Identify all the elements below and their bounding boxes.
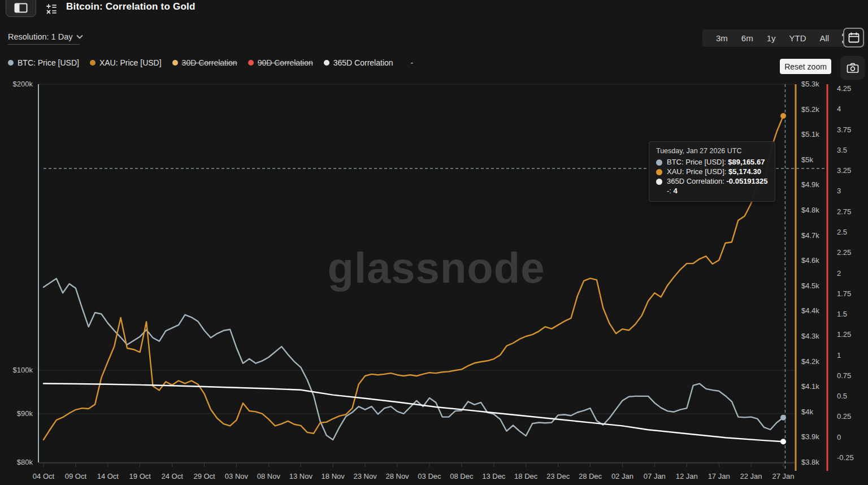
tooltip-series-dot: [656, 169, 662, 175]
last-point-marker: [780, 113, 786, 119]
tooltip-rows: BTC: Price [USD]: $89,165.67XAU: Price […: [656, 158, 768, 196]
tooltip-dot-spacer: [656, 188, 662, 194]
series-line: [44, 384, 783, 442]
tooltip-series-dot: [656, 179, 662, 185]
series-line: [44, 279, 783, 440]
tooltip-series-value: $89,165.67: [728, 158, 765, 166]
tooltip-row: XAU: Price [USD]: $5,174.30: [656, 167, 768, 176]
watermark: glassnode: [328, 244, 545, 292]
last-point-marker: [780, 415, 786, 421]
tooltip-series-label: XAU: Price [USD]: $5,174.30: [667, 167, 761, 176]
tooltip-series-label: BTC: Price [USD]: $89,165.67: [667, 158, 765, 167]
chart-svg: glassnode: [0, 0, 868, 485]
tooltip-series-label: -: 4: [667, 187, 678, 196]
glassnode-chart-page: Bitcoin: Correlation to Gold Resolution:…: [0, 0, 868, 485]
chart-canvas[interactable]: glassnode: [0, 0, 868, 485]
tooltip-series-dot: [656, 159, 662, 166]
tooltip: Tuesday, Jan 27 2026 UTC BTC: Price [USD…: [649, 141, 775, 202]
last-point-marker: [780, 439, 786, 444]
tooltip-row: BTC: Price [USD]: $89,165.67: [656, 158, 768, 167]
tooltip-row: -: 4: [656, 187, 768, 196]
tooltip-row: 365D Correlation: -0.05191325: [656, 177, 768, 186]
tooltip-series-value: -0.05191325: [727, 177, 768, 185]
tooltip-series-value: 4: [674, 187, 678, 195]
tooltip-title: Tuesday, Jan 27 2026 UTC: [656, 147, 768, 155]
tooltip-series-value: $5,174.30: [728, 167, 761, 176]
tooltip-series-label: 365D Correlation: -0.05191325: [667, 177, 768, 186]
